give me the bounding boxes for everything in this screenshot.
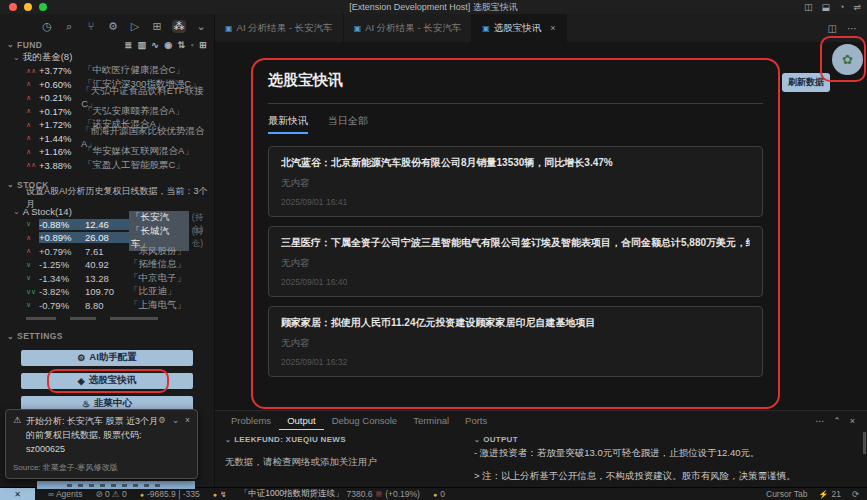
list-icon[interactable]: ≣ [124,40,132,50]
tab-output[interactable]: Output [279,411,324,430]
tab-today-all[interactable]: 当日全部 [328,114,368,134]
stock-row[interactable]: ∧ +0.79% 7.61 「东风股份」 [0,245,214,259]
history-icon[interactable]: ◷ [40,20,54,33]
tab-problems[interactable]: Problems [223,411,279,430]
pnl-status[interactable]: ● -9685.9 | -335 [140,489,200,499]
customize-layout-icon[interactable]: ◔ [839,2,844,12]
fund-row[interactable]: ∧∧ +3.77% 「中欧医疗健康混合C」 [0,64,214,78]
search-icon[interactable]: ⌕ [62,20,76,33]
record-icon[interactable]: ◉ [164,40,172,50]
up-arrow-icon: ∧∧ [26,69,39,73]
tab-ports[interactable]: Ports [457,411,495,430]
stock-hint: 设置A股AI分析历史复权日线数据，当前：3个月 [0,191,214,205]
tab-debug-console[interactable]: Debug Console [324,411,406,430]
stock-row[interactable]: ∨ -1.25% 40.92 「拓维信息」 [0,258,214,272]
fund-row[interactable]: ∧ +0.17% 「天弘安康颐养混合A」 [0,105,214,119]
chevron-down-icon: ⌄ [7,180,14,189]
agents-status[interactable]: ∞ Agents [48,489,82,499]
add-icon[interactable]: ⊞ [199,40,207,50]
up-arrow-icon: ∧∧ [26,163,39,167]
tab-ai-analysis-1[interactable]: ▣ AI 分析结果 - 长安汽车 [215,14,344,42]
output-header[interactable]: ⌄OUTPUT [474,435,857,444]
close-panel-icon[interactable]: × [850,416,855,426]
coin-zero-status[interactable]: ● 0 [433,489,445,499]
close-icon[interactable]: × [550,23,555,33]
output-channel-header[interactable]: ⌄LEEKFUND: XUEQIU NEWS [225,435,452,444]
fund-toggle-icons[interactable]: ● ↯ [213,490,227,499]
chevron-down-icon: ⌄ [13,207,20,216]
chevron-down-icon: ⌄ [7,40,14,49]
extension-icon: ▣ [225,24,233,33]
output-column: ⌄OUTPUT - 激进投资者：若放量突破13.0元可轻仓跟进，止损位设于12.… [462,430,867,487]
more-views-icon[interactable]: ⌄ [194,20,208,33]
debug-icon[interactable]: ▷ [128,20,142,33]
tab-xuangubao-news[interactable]: ▣ 选股宝快讯 × [472,14,566,42]
cursor-tab-status[interactable]: Cursor Tab [766,489,807,499]
bar-chart-icon[interactable]: ▥ [137,40,146,50]
refresh-data-button[interactable]: 刷新数据 [782,73,830,92]
gear-icon[interactable]: ⚙ [158,415,166,457]
news-icon: ◈ [78,376,85,386]
page-title: 选股宝快讯 [268,71,763,90]
remote-indicator[interactable]: ✕ [0,488,35,500]
split-editor-icon[interactable]: ◫ [828,23,837,34]
up-arrow-icon: ∧ [26,82,39,86]
fund-group[interactable]: ⌄ 我的基金(8) [0,51,214,64]
tab-terminal[interactable]: Terminal [405,411,457,430]
extensions-icon[interactable]: ⊞ [150,20,164,33]
xuangubao-news-button[interactable]: ◈ 选股宝快讯 [21,373,193,389]
no-data-message: 无数据，请检查网络或添加关注用户 [225,456,452,469]
divider [268,103,763,104]
close-icon[interactable]: × [185,415,190,457]
futures-ticker[interactable]: 「中证1000指数期货连续」 7380.6 ▦ (+0.19%) [240,488,420,500]
news-card[interactable]: 三星医疗：下属全资子公司宁波三星智能电气有限公司签订埃及智能表项目，合同金额总计… [268,226,763,297]
robot-icon: ⚙ [77,353,85,363]
fund-row[interactable]: ∧ +1.16% 「华安媒体互联网混合A」 [0,145,214,159]
sort-icon[interactable]: ⇅ [178,40,186,50]
title-bar: [Extension Development Host] 选股宝快讯 ◫ ⬓ ◔… [0,0,867,14]
news-card[interactable]: 顾家家居：拟使用人民币11.24亿元投资建设顾家家居印尼自建基地项目 无内容 2… [268,306,763,377]
fund-row[interactable]: ∧ +1.44% 「前海开源国家比较优势混合A」 [0,132,214,146]
bolt-icon: ↯ [220,490,227,499]
stock-row-greatwall[interactable]: ∧ +0.89%26.08 「长城汽车」 (持仓) [0,231,214,245]
tab-latest-news[interactable]: 最新快讯 [268,114,308,134]
more-actions-icon[interactable]: ⋯ [815,416,824,426]
fund-row[interactable]: ∧ +0.21% 「天弘中证食品饮料ETF联接C」 [0,91,214,105]
stock-row-clipped[interactable] [0,312,214,326]
avatar[interactable]: ✿ [832,44,863,75]
chevron-down-icon[interactable]: ⌄ [172,415,179,457]
close-window-button[interactable] [9,3,17,11]
problems-status[interactable]: ⊘ 0 ⚠ 0 [95,489,126,499]
ai-assistant-config-button[interactable]: ⚙ AI助手配置 [21,350,193,366]
partially-hidden-blue-button[interactable] [37,481,195,489]
zoom-window-button[interactable] [39,3,47,11]
line-chart-icon[interactable]: ∿ [151,40,159,50]
notifications-icon[interactable]: ⟳ [852,489,859,499]
fund-row[interactable]: ∧∧ +3.88% 「宝盈人工智能股票C」 [0,159,214,173]
scrollbar-thumb[interactable] [863,432,866,454]
toggle-sidebar-icon[interactable]: ◫ [804,2,813,12]
more-actions-icon[interactable]: ⋯ [847,23,857,34]
leek-fund-icon[interactable]: ⁂ [172,20,186,33]
usage-status[interactable]: ⚡ 21 [818,489,840,499]
leekfund-output-column: ⌄LEEKFUND: XUEQIU NEWS 无数据，请检查网络或添加关注用户 [215,430,462,487]
source-control-icon[interactable]: ⑂ [84,20,98,32]
minimize-window-button[interactable] [24,3,32,11]
tab-ai-analysis-2[interactable]: ▣ AI 分析结果 - 长安汽车 [344,14,473,42]
output-line: - 激进投资者：若放量突破13.0元可轻仓跟进，止损位设于12.40元。 [474,447,857,460]
up-arrow-icon: ∧ [26,150,39,154]
news-card[interactable]: 北汽蓝谷：北京新能源汽车股份有限公司8月销量13530辆，同比增长3.47% 无… [268,146,763,217]
stock-row[interactable]: ∨ -1.34% 13.28 「中京电子」 [0,272,214,286]
stock-row[interactable]: ∨∨ -3.82% 109.70 「比亚迪」 [0,285,214,299]
sync-icon[interactable]: ⇌ [853,2,861,12]
main-area: ▣ AI 分析结果 - 长安汽车 ▣ AI 分析结果 - 长安汽车 ▣ 选股宝快… [215,14,867,487]
toggle-panel-icon[interactable]: ⬓ [822,2,831,12]
toast-source: Source: 韭菜盒子-寒风修改版 [13,462,190,473]
settings-section-header[interactable]: ⌄ SETTINGS [0,330,214,343]
settings-icon[interactable]: ⚙ [106,20,120,33]
chevron-down-icon: ⌄ [225,436,231,443]
stock-row[interactable]: ∨ -0.79% 8.80 「上海电气」 [0,299,214,313]
collapse-panel-icon[interactable]: ⌃ [833,416,841,426]
fund-section-header[interactable]: ⌄ FUND ≣ ▥ ∿ ◉ ⇅ ▪ ⊞ [0,38,214,51]
square-icon[interactable]: ▪ [190,40,194,50]
